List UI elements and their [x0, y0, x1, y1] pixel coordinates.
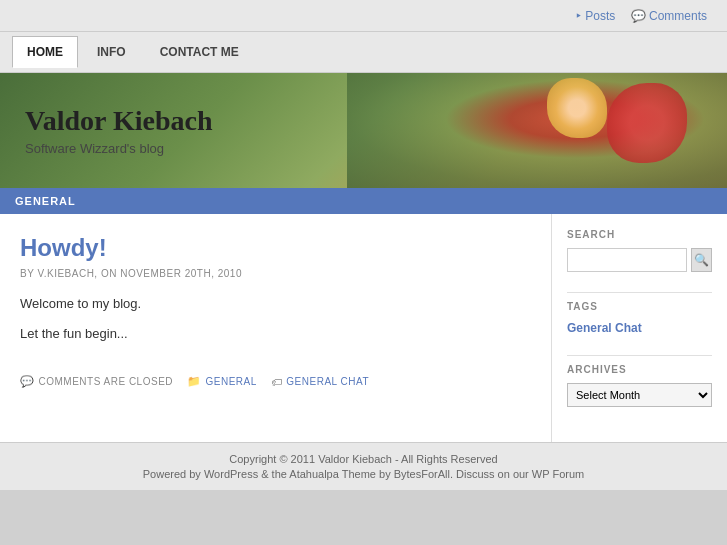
- post-body-line1: Welcome to my blog.: [20, 293, 531, 315]
- search-icon: 🔍: [694, 253, 709, 267]
- post-footer: 💬 COMMENTS ARE CLOSED 📁 GENERAL 🏷 GENERA…: [20, 365, 531, 388]
- site-title: Valdor Kiebach: [25, 105, 212, 137]
- post-body: Welcome to my blog. Let the fun begin...: [20, 293, 531, 345]
- footer: Copyright © 2011 Valdor Kiebach - All Ri…: [0, 442, 727, 490]
- search-input[interactable]: [567, 248, 687, 272]
- nav-item-home[interactable]: HOME: [12, 36, 78, 68]
- section-bar: GENERAL: [0, 188, 727, 214]
- divider2: [567, 355, 712, 356]
- search-section: SEARCH 🔍: [567, 229, 712, 272]
- posts-feed-link[interactable]: ‣ Posts: [575, 9, 619, 23]
- posts-label: Posts: [585, 9, 615, 23]
- feed-icon: ‣: [575, 9, 582, 23]
- post-title: Howdy!: [20, 234, 531, 262]
- archives-heading: ARCHIVES: [567, 364, 712, 375]
- comments-label: Comments: [649, 9, 707, 23]
- tag-info: 🏷 GENERAL CHAT: [271, 376, 369, 388]
- post-body-line2: Let the fun begin...: [20, 323, 531, 345]
- section-label: GENERAL: [15, 195, 76, 207]
- comments-feed-link[interactable]: 💬 Comments: [631, 9, 707, 23]
- nav-bar: HOME INFO CONTACT ME: [0, 32, 727, 73]
- comments-status: 💬 COMMENTS ARE CLOSED: [20, 375, 173, 388]
- post-meta: BY V.KIEBACH, ON NOVEMBER 20TH, 2010: [20, 268, 531, 279]
- general-chat-tag[interactable]: General Chat: [567, 321, 642, 335]
- comments-label: COMMENTS ARE CLOSED: [39, 376, 174, 387]
- tag-icon: 🏷: [271, 376, 283, 388]
- divider1: [567, 292, 712, 293]
- tag-link[interactable]: GENERAL CHAT: [286, 376, 369, 387]
- nav-item-contact[interactable]: CONTACT ME: [145, 36, 254, 68]
- banner-berry1: [607, 83, 687, 163]
- banner-berry2: [547, 78, 607, 138]
- comment-bubble-icon: 💬: [20, 375, 35, 388]
- folder-icon: 📁: [187, 375, 202, 388]
- nav-item-info[interactable]: INFO: [82, 36, 141, 68]
- archives-section: ARCHIVES Select Month: [567, 364, 712, 407]
- header-text: Valdor Kiebach Software Wizzard's blog: [0, 85, 237, 176]
- header-banner: Valdor Kiebach Software Wizzard's blog: [0, 73, 727, 188]
- content-area: Howdy! BY V.KIEBACH, ON NOVEMBER 20TH, 2…: [0, 214, 727, 442]
- footer-copyright: Copyright © 2011 Valdor Kiebach - All Ri…: [10, 453, 717, 465]
- archives-select[interactable]: Select Month: [567, 383, 712, 407]
- category-link[interactable]: GENERAL: [206, 376, 257, 387]
- search-button[interactable]: 🔍: [691, 248, 712, 272]
- search-heading: SEARCH: [567, 229, 712, 240]
- footer-powered-by: Powered by WordPress & the Atahualpa The…: [10, 468, 717, 480]
- tags-section: TAGS General Chat: [567, 301, 712, 335]
- main-content: Howdy! BY V.KIEBACH, ON NOVEMBER 20TH, 2…: [0, 214, 552, 442]
- category-info: 📁 GENERAL: [187, 375, 257, 388]
- comment-icon: 💬: [631, 9, 646, 23]
- sidebar: SEARCH 🔍 TAGS General Chat ARCHIVES Sele…: [552, 214, 727, 442]
- tags-heading: TAGS: [567, 301, 712, 312]
- top-bar: ‣ Posts 💬 Comments: [0, 0, 727, 32]
- site-subtitle: Software Wizzard's blog: [25, 141, 212, 156]
- search-box: 🔍: [567, 248, 712, 272]
